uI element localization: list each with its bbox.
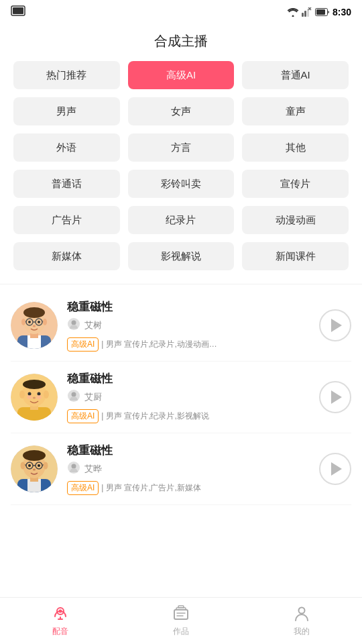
works-label: 作品 [173,626,189,637]
anchor-name-2: 稳重磁性 [67,443,311,458]
anchor-desc-0: | 男声 宣传片,纪录片,动漫动画… [101,339,217,350]
svg-point-38 [36,395,42,399]
anchor-desc-2: | 男声 宣传片,广告片,新媒体 [101,482,200,494]
filter-tag-animation[interactable]: 动漫动画 [242,206,349,234]
anchor-avatar-0 [11,302,58,349]
status-bar: 8:30 [0,0,362,24]
filter-tag-normal-ai[interactable]: 普通AI [242,61,349,89]
svg-point-22 [33,325,36,327]
svg-point-54 [33,469,36,471]
filter-tag-other[interactable]: 其他 [242,133,349,162]
mine-icon [292,604,311,623]
filter-tag-female[interactable]: 女声 [128,97,235,125]
svg-point-35 [19,390,25,398]
anchor-name-0: 稳重磁性 [67,299,311,315]
filter-tag-hot[interactable]: 热门推荐 [13,61,120,89]
anchor-sub-0: 艾树 [67,317,311,333]
svg-point-21 [38,321,40,323]
svg-point-53 [38,464,40,467]
svg-point-23 [21,319,25,325]
svg-point-31 [23,380,46,389]
svg-point-37 [27,395,32,399]
nav-item-mine[interactable]: 我的 [241,604,362,637]
anchor-ai-tag-2: 高级AI [67,481,99,495]
bottom-nav: 配音 作品 我的 [0,597,362,644]
filter-tag-male[interactable]: 男声 [13,97,120,125]
svg-point-14 [23,307,45,318]
anchor-tags-1: 高级AI | 男声 宣传片,纪录片,影视解说 [67,409,311,423]
anchor-sub-name-1: 艾厨 [84,391,102,403]
svg-rect-61 [174,610,188,619]
play-icon-1 [331,390,342,404]
filter-tag-ringtone[interactable]: 彩铃叫卖 [128,170,235,198]
anchor-sub-name-2: 艾晔 [84,463,102,475]
filter-tag-news[interactable]: 新闻课件 [242,242,349,270]
anchor-avatar-1 [11,374,58,421]
svg-point-34 [33,397,36,399]
anchor-item-0[interactable]: 稳重磁性 艾树 高级AI | 男声 宣传片,纪录片,动漫动画… [11,290,351,362]
svg-point-56 [44,462,48,470]
dubbing-icon [51,604,70,623]
filter-tag-ad[interactable]: 广告片 [13,206,120,234]
play-button-0[interactable] [319,309,351,341]
nav-item-works[interactable]: 作品 [121,604,241,637]
filter-tag-advanced-ai[interactable]: 高级AI [128,61,235,89]
svg-rect-63 [178,606,184,608]
anchor-list: 稳重磁性 艾树 高级AI | 男声 宣传片,纪录片,动漫动画… [0,290,362,505]
page-title: 合成主播 [0,24,362,61]
clock: 8:30 [333,7,351,17]
filter-tag-documentary[interactable]: 纪录片 [128,206,235,234]
anchor-tags-2: 高级AI | 男声 宣传片,广告片,新媒体 [67,481,311,495]
divider [0,284,362,284]
status-left-icon [11,5,25,19]
filter-tag-newmedia[interactable]: 新媒体 [13,242,120,270]
svg-point-52 [28,464,31,467]
anchor-sub-icon-0 [67,317,80,333]
works-icon [172,604,190,623]
signal-icons [287,7,330,17]
status-right: 8:30 [287,7,351,17]
svg-point-20 [28,321,31,323]
anchor-item-2[interactable]: 稳重磁性 艾晔 高级AI | 男声 宣传片,广告片,新媒体 [11,433,351,505]
play-icon-0 [331,319,342,332]
filter-tag-film[interactable]: 影视解说 [128,242,235,270]
svg-point-33 [38,392,41,396]
svg-point-40 [72,392,76,397]
anchor-tags-0: 高级AI | 男声 宣传片,纪录片,动漫动画… [67,337,311,352]
anchor-info-1: 稳重磁性 艾厨 高级AI | 男声 宣传片,纪录片,影视解说 [67,371,311,423]
svg-rect-3 [304,11,306,17]
svg-rect-8 [316,9,325,15]
anchor-sub-name-0: 艾树 [84,319,102,331]
svg-rect-2 [302,13,304,17]
filter-tag-child[interactable]: 童声 [242,97,349,125]
anchor-avatar-2 [11,445,58,492]
svg-point-46 [23,450,46,461]
anchor-ai-tag-1: 高级AI [67,409,99,423]
filter-grid: 热门推荐高级AI普通AI男声女声童声外语方言其他普通话彩铃叫卖宣传片广告片纪录片… [0,61,362,281]
svg-point-60 [59,610,62,613]
anchor-sub-1: 艾厨 [67,389,311,405]
svg-point-36 [44,390,49,398]
filter-tag-promo[interactable]: 宣传片 [242,170,349,198]
anchor-info-2: 稳重磁性 艾晔 高级AI | 男声 宣传片,广告片,新媒体 [67,443,311,495]
anchor-desc-1: | 男声 宣传片,纪录片,影视解说 [101,411,208,422]
play-icon-2 [331,462,342,476]
mine-label: 我的 [294,626,310,637]
filter-tag-dialect[interactable]: 方言 [128,133,235,162]
svg-point-58 [72,464,76,469]
svg-rect-1 [13,7,23,14]
svg-point-24 [43,319,47,325]
nav-item-dubbing[interactable]: 配音 [0,604,121,637]
anchor-ai-tag-0: 高级AI [67,337,99,352]
anchor-item-1[interactable]: 稳重磁性 艾厨 高级AI | 男声 宣传片,纪录片,影视解说 [11,362,351,433]
svg-point-55 [21,462,25,470]
play-button-1[interactable] [319,381,351,413]
svg-point-32 [28,392,32,396]
dubbing-label: 配音 [52,626,68,637]
filter-tag-foreign[interactable]: 外语 [13,133,120,162]
svg-point-66 [299,608,305,614]
anchor-name-1: 稳重磁性 [67,371,311,386]
play-button-2[interactable] [319,453,351,485]
svg-point-26 [72,321,76,325]
filter-tag-mandarin[interactable]: 普通话 [13,170,120,198]
